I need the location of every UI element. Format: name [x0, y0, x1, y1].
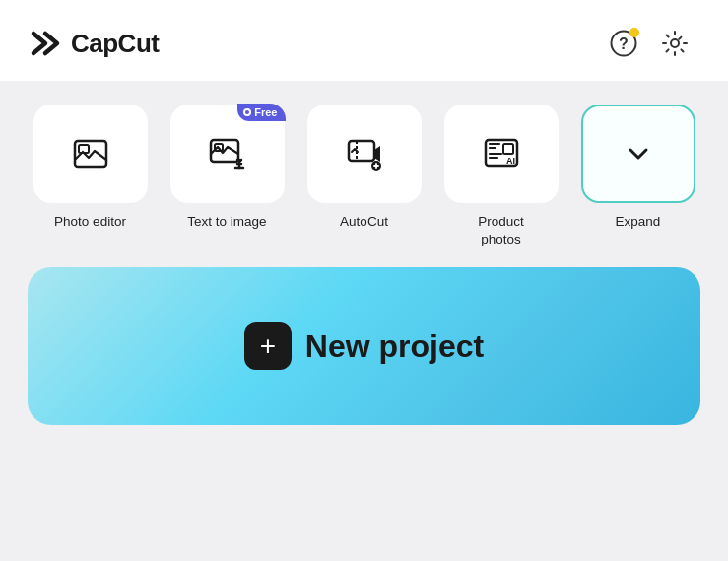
tools-row: Photo editor Free Text to image	[28, 105, 700, 247]
help-button[interactable]: ?	[602, 22, 645, 65]
header: CapCut ?	[0, 0, 728, 81]
chevron-down-icon	[623, 138, 654, 170]
product-photos-icon: AI	[480, 132, 523, 175]
tool-card-expand[interactable]: Expand	[575, 105, 700, 231]
autocut-icon	[343, 132, 386, 175]
header-actions: ?	[602, 22, 696, 65]
main-content: Photo editor Free Text to image	[0, 81, 728, 561]
product-photos-label: Productphotos	[478, 213, 524, 247]
photo-editor-icon	[69, 132, 112, 175]
tool-card-product-photos[interactable]: AI Productphotos	[438, 105, 563, 247]
svg-text:?: ?	[619, 35, 629, 52]
expand-label: Expand	[616, 213, 661, 231]
text-to-image-label: Text to image	[187, 213, 266, 231]
text-to-image-icon	[206, 132, 249, 175]
tool-card-photo-editor[interactable]: Photo editor	[28, 105, 153, 231]
logo-text: CapCut	[71, 29, 159, 59]
expand-icon-container	[581, 105, 695, 203]
free-badge: Free	[237, 104, 285, 121]
autocut-label: AutoCut	[340, 213, 388, 231]
photo-editor-icon-container	[33, 105, 148, 203]
settings-icon	[661, 30, 689, 57]
product-photos-icon-container: AI	[444, 105, 559, 203]
tool-card-text-to-image[interactable]: Free Text to image	[165, 105, 290, 231]
logo-area: CapCut	[28, 26, 159, 61]
text-to-image-icon-container: Free	[170, 105, 285, 203]
settings-button[interactable]	[653, 22, 696, 65]
autocut-icon-container	[307, 105, 422, 203]
capcut-logo-icon	[28, 26, 63, 61]
new-project-plus-icon: +	[244, 322, 292, 370]
tool-card-autocut[interactable]: AutoCut	[301, 105, 427, 231]
svg-rect-10	[503, 144, 513, 154]
photo-editor-label: Photo editor	[54, 213, 126, 231]
free-badge-dot	[243, 108, 251, 116]
notification-dot	[629, 28, 639, 37]
new-project-label: New project	[305, 328, 484, 365]
svg-point-2	[671, 39, 679, 47]
new-project-button[interactable]: + New project	[28, 267, 700, 425]
svg-text:AI: AI	[506, 156, 515, 166]
